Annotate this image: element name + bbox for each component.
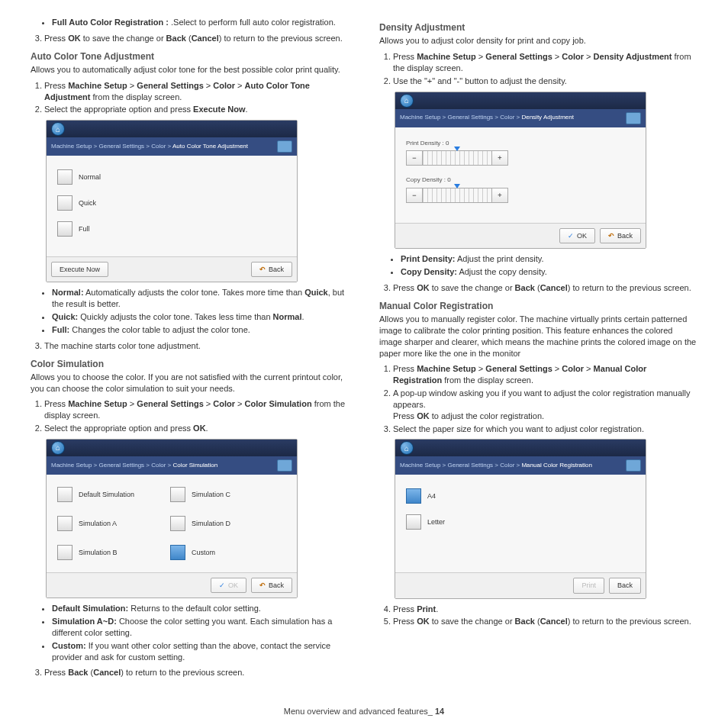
intro-density: Allows you to adjust color density for p… <box>379 35 697 47</box>
manual-step2: A pop-up window asking you if you want t… <box>393 388 697 422</box>
intro-manual: Allows you to manually register color. T… <box>379 314 697 359</box>
sub-normal: Normal: Automatically adjusts the color … <box>52 287 349 310</box>
screenshot-color-sim: ⌂ Machine Setup > General Settings > Col… <box>46 439 298 598</box>
color-sim-step2: Select the appropriate option and press … <box>44 423 349 434</box>
ok-button[interactable]: ✓OK <box>211 578 246 593</box>
option-sim-d[interactable]: Simulation D <box>170 516 269 531</box>
job-status-icon[interactable] <box>626 112 641 124</box>
heading-density: Density Adjustment <box>379 21 697 34</box>
home-icon[interactable]: ⌂ <box>51 122 65 136</box>
sub-sim-ad: Simulation A~D: Choose the color setting… <box>52 616 349 639</box>
screenshot-auto-tone: ⌂ Machine Setup > General Settings > Col… <box>46 120 298 282</box>
manual-step3: Select the paper size for which you want… <box>393 424 697 435</box>
minus-button[interactable]: − <box>406 188 423 203</box>
sub-print-density: Print Density: Adjust the print density. <box>401 253 697 265</box>
page-footer: Menu overview and advanced features_ 14 <box>31 706 697 717</box>
back-button[interactable]: ↶Back <box>600 228 641 243</box>
breadcrumb: Machine Setup > General Settings > Color… <box>47 456 297 475</box>
sub-quick: Quick: Quickly adjusts the color tone. T… <box>52 311 349 323</box>
undo-icon: ↶ <box>259 581 266 590</box>
density-step2: Use the "+" and "-" button to adjust the… <box>393 76 697 87</box>
left-column: Full Auto Color Registration : .Select t… <box>31 15 349 683</box>
option-a4[interactable]: A4 <box>406 488 635 504</box>
sub-copy-density: Copy Density: Adjust the copy density. <box>401 266 697 278</box>
breadcrumb: Machine Setup > General Settings > Color… <box>395 109 646 127</box>
manual-step5: Press OK to save the change or Back (Can… <box>393 616 697 627</box>
breadcrumb: Machine Setup > General Settings > Color… <box>395 456 646 475</box>
density-step3: Press OK to save the change or Back (Can… <box>393 282 697 294</box>
heading-auto-tone: Auto Color Tone Adjustment <box>31 50 349 63</box>
option-sim-b[interactable]: Simulation B <box>57 545 156 560</box>
option-full[interactable]: Full <box>57 221 286 237</box>
heading-manual: Manual Color Registration <box>379 300 697 312</box>
option-normal[interactable]: Normal <box>57 169 286 185</box>
intro-auto-tone: Allows you to automatically adjust color… <box>31 64 349 76</box>
option-default-sim[interactable]: Default Simulation <box>57 487 156 502</box>
manual-step4: Press Print. <box>393 604 697 615</box>
screenshot-manual: ⌂ Machine Setup > General Settings > Col… <box>395 439 646 598</box>
option-custom[interactable]: Custom <box>170 545 269 560</box>
intro-color-sim: Allows you to choose the color. If you a… <box>31 372 349 395</box>
check-icon: ✓ <box>568 231 574 240</box>
slider-marker-icon <box>454 147 460 151</box>
check-icon: ✓ <box>219 581 225 590</box>
heading-color-sim: Color Simulation <box>31 358 349 370</box>
job-status-icon[interactable] <box>277 459 292 472</box>
step-press-ok: Press OK to save the change or Back (Can… <box>44 33 349 44</box>
bullet-full-auto: Full Auto Color Registration : .Select t… <box>52 17 349 28</box>
copy-density-slider[interactable]: − + <box>406 188 635 203</box>
execute-now-button[interactable]: Execute Now <box>51 262 108 277</box>
option-letter[interactable]: Letter <box>406 514 635 530</box>
option-quick[interactable]: Quick <box>57 195 286 211</box>
screenshot-density: ⌂ Machine Setup > General Settings > Col… <box>395 92 646 250</box>
job-status-icon[interactable] <box>626 459 641 472</box>
home-icon[interactable]: ⌂ <box>400 94 414 108</box>
copy-density-label: Copy Density : 0 <box>406 176 635 185</box>
back-button[interactable]: ↶Back <box>251 262 292 277</box>
back-button[interactable]: ↶Back <box>251 578 292 593</box>
right-column: Density Adjustment Allows you to adjust … <box>379 15 697 683</box>
sub-custom: Custom: If you want other color setting … <box>52 640 349 663</box>
color-sim-step3: Press Back (Cancel) to return to the pre… <box>44 667 349 678</box>
manual-step1: Press Machine Setup > General Settings >… <box>393 363 697 386</box>
ok-button[interactable]: ✓OK <box>559 228 595 243</box>
undo-icon: ↶ <box>259 265 266 274</box>
plus-button[interactable]: + <box>491 188 508 203</box>
slider-marker-icon <box>454 184 460 188</box>
option-sim-a[interactable]: Simulation A <box>57 516 156 531</box>
undo-icon: ↶ <box>608 231 614 240</box>
minus-button[interactable]: − <box>406 150 423 166</box>
job-status-icon[interactable] <box>277 140 292 153</box>
auto-tone-step2: Select the appropriate option and press … <box>44 104 349 115</box>
color-sim-step1: Press Machine Setup > General Settings >… <box>44 398 349 421</box>
home-icon[interactable]: ⌂ <box>51 441 65 455</box>
option-sim-c[interactable]: Simulation C <box>170 487 269 502</box>
print-button[interactable]: Print <box>573 578 604 593</box>
back-button[interactable]: Back <box>609 578 641 593</box>
print-density-label: Print Density : 0 <box>406 140 635 148</box>
density-step1: Press Machine Setup > General Settings >… <box>393 51 697 74</box>
sub-default-sim: Default Simulation: Returns to the defau… <box>52 603 349 614</box>
home-icon[interactable]: ⌂ <box>400 441 414 455</box>
print-density-slider[interactable]: − + <box>406 150 635 166</box>
plus-button[interactable]: + <box>491 150 508 166</box>
breadcrumb: Machine Setup > General Settings > Color… <box>47 137 297 156</box>
sub-full: Full: Changes the color table to adjust … <box>52 324 349 336</box>
auto-tone-step3: The machine starts color tone adjustment… <box>44 340 349 352</box>
auto-tone-step1: Press Machine Setup > General Settings >… <box>44 80 349 103</box>
